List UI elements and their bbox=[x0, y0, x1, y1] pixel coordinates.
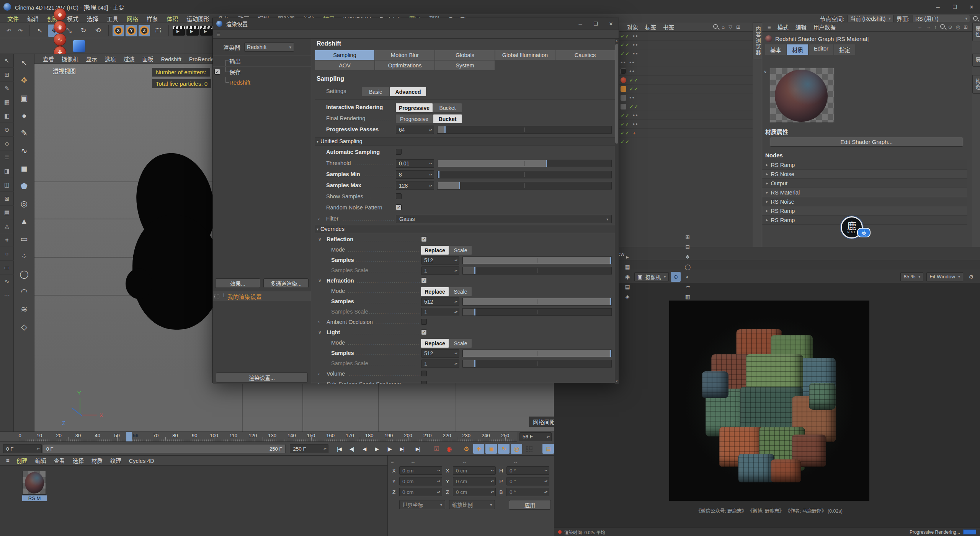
up-icon[interactable]: ↑ bbox=[934, 24, 937, 30]
material-name[interactable]: RS M bbox=[22, 495, 47, 501]
scale-mode-select[interactable]: 缩放比例▾ bbox=[449, 500, 495, 509]
tab-motion-blur[interactable]: Motion Blur bbox=[375, 50, 434, 60]
apply-button[interactable]: 应用 bbox=[509, 500, 551, 510]
record-parameter-toggle[interactable]: Ⓟ bbox=[511, 444, 522, 454]
goto-end-button[interactable]: ▶| bbox=[412, 444, 424, 454]
search-icon[interactable] bbox=[713, 24, 718, 29]
tab-globals[interactable]: Globals bbox=[435, 50, 495, 60]
ir-bucket-toggle[interactable]: Bucket bbox=[433, 103, 462, 112]
progressive-passes-slider[interactable] bbox=[437, 126, 612, 134]
tool-icon[interactable]: ∿ bbox=[14, 142, 34, 160]
random-noise-pattern-checkbox[interactable]: ✓ bbox=[396, 204, 402, 210]
samples-field[interactable]: 512▴▾ bbox=[421, 256, 459, 265]
mode-scale-toggle[interactable]: Scale bbox=[449, 246, 472, 255]
menu-item[interactable]: 选择 bbox=[83, 16, 103, 22]
mode-replace-toggle[interactable]: Replace bbox=[421, 287, 449, 296]
samples-min-field[interactable]: 8▴▾ bbox=[396, 170, 434, 179]
range-slider[interactable]: 0 F 250 F bbox=[43, 444, 286, 453]
hamburger-icon[interactable]: ≡ bbox=[4, 457, 12, 464]
renderview-tool-icon[interactable]: ▦ bbox=[622, 262, 632, 272]
volume-checkbox[interactable] bbox=[421, 371, 427, 376]
viewport-menu-item[interactable]: 显示 bbox=[82, 56, 101, 62]
material-preview[interactable] bbox=[770, 68, 834, 123]
material-menu-item[interactable]: Cycles 4D bbox=[125, 458, 158, 464]
expand-arrow-icon[interactable]: ▸ bbox=[766, 208, 768, 213]
renderview-tool-icon[interactable]: ⊞ bbox=[683, 232, 693, 242]
samples-slider[interactable] bbox=[462, 257, 612, 264]
tab-system[interactable]: System bbox=[435, 60, 495, 70]
tab-optimizations[interactable]: Optimizations bbox=[375, 60, 434, 70]
tool-icon[interactable]: ◠ bbox=[14, 283, 34, 301]
mode-icon[interactable]: ↖ bbox=[0, 54, 14, 68]
scene-object-silhouette[interactable] bbox=[126, 268, 152, 299]
node-row[interactable]: ▸ RS Noise bbox=[762, 170, 967, 179]
minimize-button[interactable]: ─ bbox=[929, 0, 946, 14]
hamburger-icon[interactable]: ≡ bbox=[391, 459, 394, 465]
object-row[interactable]: ✓✓●● bbox=[598, 120, 753, 129]
multipass-button[interactable]: 多通道渲染... bbox=[263, 278, 309, 288]
attributes-side-tab[interactable]: 属性 bbox=[972, 23, 980, 41]
mode-icon[interactable]: ▦ bbox=[0, 95, 14, 109]
menu-item[interactable]: 网格 bbox=[122, 16, 142, 22]
tool-icon[interactable]: ↖ bbox=[14, 54, 34, 72]
expand-arrow-icon[interactable]: ▸ bbox=[766, 199, 768, 204]
tree-item-redshift[interactable]: Redshift bbox=[213, 77, 311, 88]
collapse-arrow-icon[interactable]: ∨ bbox=[318, 237, 322, 242]
object-row[interactable]: ●● bbox=[598, 93, 753, 102]
renderview-tool-icon[interactable]: ❄ bbox=[683, 252, 693, 262]
effects-button[interactable]: 效果... bbox=[215, 278, 260, 288]
fr-progressive-toggle[interactable]: Progressive bbox=[396, 114, 433, 123]
y-axis-lock[interactable]: Y bbox=[126, 25, 137, 36]
expand-arrow-icon[interactable]: › bbox=[318, 371, 320, 376]
tab-editor[interactable]: Editor bbox=[809, 44, 833, 55]
render-settings-button[interactable] bbox=[200, 26, 212, 36]
expand-arrow-icon[interactable]: › bbox=[318, 216, 320, 221]
lock-icon[interactable]: ⊙ bbox=[948, 24, 952, 30]
render-preset-item[interactable]: └ 我的渲染设置 bbox=[213, 291, 311, 301]
mode-icon[interactable]: ◫ bbox=[0, 178, 14, 192]
mode-icon[interactable]: ▭ bbox=[0, 261, 14, 275]
pos-z-field[interactable]: 0 cm▴▾ bbox=[399, 488, 442, 496]
automatic-sampling-checkbox[interactable] bbox=[396, 149, 402, 155]
render-settings-button[interactable]: 渲染设置... bbox=[216, 373, 308, 382]
keyframe-selection-button[interactable]: ▤ bbox=[542, 444, 554, 454]
record-key-button[interactable]: ⚿ bbox=[431, 444, 442, 454]
tab-basic[interactable]: 基本 bbox=[765, 44, 786, 55]
rot-p-field[interactable]: 0 °▴▾ bbox=[506, 477, 549, 485]
tool-icon[interactable]: ▲ bbox=[14, 212, 34, 230]
mode-icon[interactable]: ⌗ bbox=[0, 233, 14, 247]
fit-select[interactable]: Fit Window▾ bbox=[926, 272, 963, 281]
coord-system-select[interactable]: 世界坐标▾ bbox=[399, 500, 445, 509]
coordinate-system-toggle[interactable]: ⬚ bbox=[152, 25, 165, 37]
forward-icon[interactable]: → bbox=[926, 24, 931, 30]
content-browser-tab[interactable]: 内容浏览器 bbox=[753, 23, 763, 59]
object-row[interactable]: ✓✓ bbox=[598, 85, 753, 93]
advanced-toggle[interactable]: Advanced bbox=[390, 87, 426, 96]
record-position-toggle[interactable]: ✚ bbox=[473, 444, 485, 454]
material-menu-item[interactable]: 查看 bbox=[50, 458, 69, 464]
collapse-arrow-icon[interactable]: ∨ bbox=[318, 330, 322, 335]
mode-icon[interactable]: ◨ bbox=[0, 164, 14, 178]
node-row[interactable]: ▸ RS Noise bbox=[762, 197, 967, 206]
unified-sampling-section[interactable]: ▾Unified Sampling bbox=[315, 137, 616, 145]
close-button[interactable]: ✕ bbox=[963, 0, 980, 14]
object-row[interactable]: ●●●● bbox=[598, 58, 753, 67]
menu-item[interactable]: 运动图形 bbox=[182, 16, 214, 22]
tool-icon[interactable]: ◼ bbox=[14, 160, 34, 177]
mode-replace-toggle[interactable]: Replace bbox=[421, 246, 449, 255]
renderview-tool-icon[interactable]: ▤ bbox=[622, 282, 632, 292]
object-row[interactable]: ✓✓+ bbox=[598, 129, 753, 137]
expand-arrow-icon[interactable]: › bbox=[318, 381, 320, 384]
expand-arrow-icon[interactable]: ▸ bbox=[766, 162, 768, 167]
object-row[interactable]: ✓✓ bbox=[598, 76, 753, 85]
zoom-select[interactable]: 85 %▾ bbox=[900, 272, 923, 281]
tool-icon[interactable]: ◎ bbox=[14, 195, 34, 212]
menu-item[interactable]: 样条 bbox=[142, 16, 162, 22]
samples-min-slider[interactable] bbox=[437, 171, 612, 178]
x-axis-lock[interactable]: X bbox=[113, 25, 124, 36]
tool-icon[interactable]: ⬟ bbox=[14, 177, 34, 195]
minimize-button[interactable]: ─ bbox=[573, 18, 588, 29]
object-row[interactable]: ✓✓ bbox=[598, 137, 753, 146]
renderview-tool-icon[interactable]: ◯ bbox=[683, 262, 693, 272]
attr-menu-item[interactable]: 编辑 bbox=[792, 25, 810, 31]
